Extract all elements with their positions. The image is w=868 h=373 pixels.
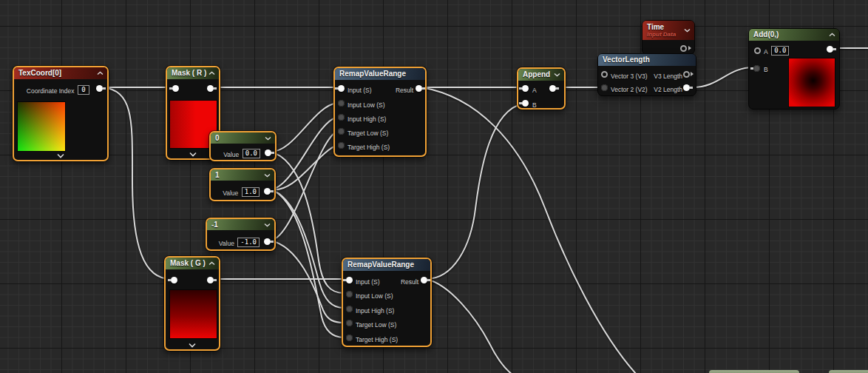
texcoord-preview: [18, 102, 65, 151]
output-pin[interactable]: [96, 85, 103, 92]
node-remap-value-range-bottom[interactable]: RemapValueRange Input (S) Result Input L…: [342, 258, 432, 347]
node-title: Mask ( R ): [172, 69, 206, 77]
node-remap-value-range-top[interactable]: RemapValueRange Input (S) Result Input L…: [333, 67, 427, 157]
input-pin-b[interactable]: [753, 65, 760, 72]
chevron-down-icon[interactable]: [554, 73, 560, 77]
node-constant-neg1[interactable]: -1 Value -1.0: [206, 218, 276, 251]
node-title: Mask ( G ): [170, 259, 206, 267]
pin-label: A: [764, 48, 768, 56]
node-header[interactable]: 0: [211, 132, 275, 144]
node-texcoord[interactable]: TexCoord[0] Coordinate Index 0: [13, 66, 109, 161]
output-pin[interactable]: [207, 85, 214, 92]
pin-label: B: [764, 66, 768, 73]
output-pin[interactable]: [264, 238, 271, 245]
input-pin-vector3[interactable]: [601, 71, 608, 78]
input-pin[interactable]: [338, 100, 345, 107]
output-pin[interactable]: [264, 188, 271, 195]
chevron-up-icon[interactable]: [829, 33, 835, 37]
input-pin[interactable]: [172, 85, 179, 92]
input-pin[interactable]: [338, 128, 345, 135]
node-add[interactable]: Add(0,) A 0.0 B: [748, 28, 840, 110]
input-pin-vector2[interactable]: [601, 84, 608, 91]
pin-label: B: [532, 101, 537, 109]
input-pin[interactable]: [171, 277, 177, 283]
output-pin[interactable]: [680, 45, 687, 52]
wire: [271, 103, 337, 152]
input-pin[interactable]: [346, 291, 353, 298]
pin-label: Input High (S): [347, 115, 386, 123]
node-constant-1[interactable]: 1 Value 1.0: [209, 168, 276, 201]
output-pin[interactable]: [416, 85, 422, 92]
chevron-up-icon[interactable]: [208, 71, 215, 75]
chevron-down-icon[interactable]: [265, 136, 271, 141]
wire: [271, 145, 337, 189]
pin-label: A: [532, 87, 537, 94]
value-row: Value 0.0: [223, 148, 260, 158]
node-header[interactable]: Mask ( G ): [166, 258, 219, 269]
node-header[interactable]: 1: [211, 169, 274, 181]
node-mask-g[interactable]: Mask ( G ): [164, 256, 220, 351]
input-pin[interactable]: [346, 335, 353, 341]
value-label: Value: [223, 189, 238, 197]
value-row: Value -1.0: [219, 237, 260, 246]
preview-toggle-icon[interactable]: [57, 153, 65, 158]
output-pin[interactable]: [827, 46, 833, 53]
value-field[interactable]: 1.0: [242, 187, 260, 197]
value-field[interactable]: 0.0: [771, 46, 789, 56]
node-header[interactable]: Add(0,): [749, 29, 839, 41]
output-pin[interactable]: [421, 277, 427, 283]
input-pin[interactable]: [338, 142, 345, 149]
node-constant-0[interactable]: 0 Value 0.0: [209, 131, 277, 161]
input-pin[interactable]: [338, 114, 345, 121]
chevron-down-icon[interactable]: [684, 28, 691, 33]
output-pin[interactable]: [549, 85, 556, 92]
preview-toggle-icon[interactable]: [189, 152, 197, 157]
pin-label: Target Low (S): [356, 321, 396, 329]
node-header[interactable]: -1: [207, 219, 274, 230]
input-pin[interactable]: [346, 277, 353, 283]
wire: [271, 189, 344, 337]
value-field[interactable]: 0.0: [243, 149, 260, 158]
node-header[interactable]: RemapValueRange: [335, 68, 425, 80]
chevron-up-icon[interactable]: [208, 261, 215, 266]
node-header[interactable]: RemapValueRange: [343, 259, 430, 271]
input-pin-b[interactable]: [522, 100, 529, 107]
node-title: RemapValueRange: [347, 261, 414, 269]
output-pin-v2-length[interactable]: [683, 84, 690, 91]
wire: [693, 67, 753, 87]
pin-label: Input Low (S): [347, 101, 385, 109]
node-time[interactable]: Time Input Data: [642, 20, 695, 55]
pin-label: Target High (S): [347, 144, 390, 151]
node-header[interactable]: VectorLength: [598, 54, 696, 66]
wire: [421, 87, 637, 373]
chevron-down-icon[interactable]: [264, 223, 271, 227]
value-field[interactable]: -1.0: [237, 238, 260, 247]
node-title: VectorLength: [603, 56, 650, 64]
output-pin-v3-length[interactable]: [683, 71, 690, 78]
wires-layer: [0, 0, 868, 373]
node-append[interactable]: Append A B: [517, 67, 566, 110]
input-pin[interactable]: [346, 306, 353, 312]
output-pin[interactable]: [265, 149, 271, 156]
partial-node-header[interactable]: [829, 370, 868, 373]
node-header[interactable]: Append: [518, 69, 564, 81]
preview-toggle-icon[interactable]: [189, 343, 197, 348]
node-vector-length[interactable]: VectorLength Vector 3 (V3) V3 Length Vec…: [597, 53, 696, 96]
node-header[interactable]: TexCoord[0]: [14, 67, 107, 79]
pin-label: Vector 2 (V2): [611, 86, 648, 93]
input-pin-a[interactable]: [754, 47, 761, 54]
output-pin[interactable]: [207, 277, 214, 283]
coordinate-index-field[interactable]: 0: [78, 85, 89, 95]
node-header[interactable]: Mask ( R ): [167, 67, 219, 79]
material-graph-canvas[interactable]: TexCoord[0] Coordinate Index 0 Mask ( R …: [0, 0, 868, 373]
node-title: Add(0,): [753, 30, 779, 38]
input-pin[interactable]: [338, 85, 345, 92]
node-header[interactable]: Time Input Data: [642, 21, 694, 40]
node-title: 1: [215, 171, 220, 179]
input-pin[interactable]: [346, 320, 353, 326]
chevron-up-icon[interactable]: [97, 71, 104, 75]
partial-node-header[interactable]: [709, 370, 799, 373]
input-pin-a[interactable]: [522, 85, 529, 92]
mask-g-preview: [170, 290, 217, 338]
chevron-down-icon[interactable]: [264, 173, 271, 178]
